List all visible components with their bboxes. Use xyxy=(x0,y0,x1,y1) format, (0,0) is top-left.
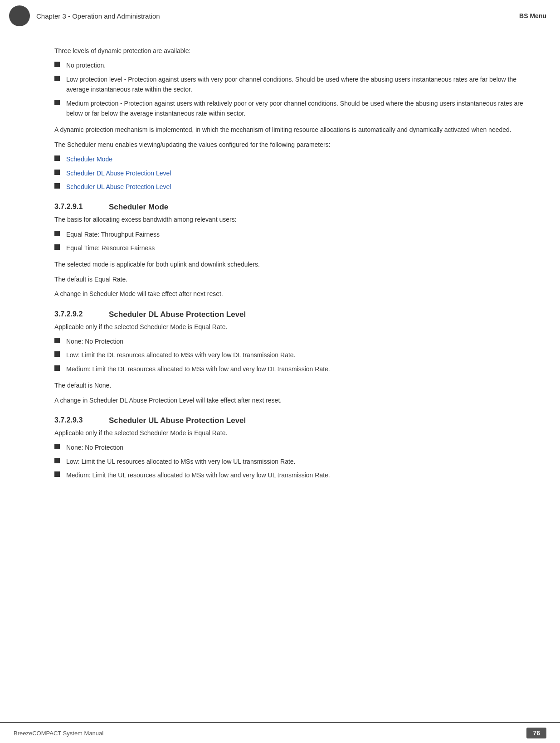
section-1-title: Scheduler Mode xyxy=(109,203,168,212)
section-3-header: 3.7.2.9.3 Scheduler UL Abuse Protection … xyxy=(54,416,524,425)
section-2-title: Scheduler DL Abuse Protection Level xyxy=(109,310,246,319)
section-3-list: None: No Protection Low: Limit the UL re… xyxy=(54,442,524,480)
section-3-number: 3.7.2.9.3 xyxy=(54,416,109,424)
bullet-icon xyxy=(54,244,60,250)
section-3-title: Scheduler UL Abuse Protection Level xyxy=(109,416,246,425)
bullet-icon xyxy=(54,231,60,236)
section-1-number: 3.7.2.9.1 xyxy=(54,203,109,211)
section-2-desc: Applicable only if the selected Schedule… xyxy=(54,322,524,332)
footer-page: 76 xyxy=(526,728,546,738)
bullet-icon xyxy=(54,76,60,81)
section-label: BS Menu xyxy=(519,12,546,19)
header: Chapter 3 - Operation and Administration… xyxy=(0,0,560,32)
list-item: Scheduler Mode xyxy=(54,154,524,164)
scheduler-ul-link[interactable]: Scheduler UL Abuse Protection Level xyxy=(66,182,171,192)
list-item: None: No Protection xyxy=(54,442,524,452)
chapter-icon xyxy=(9,5,30,26)
intro-bullet-list: No protection. Low protection level - Pr… xyxy=(54,60,524,118)
list-item: Low: Limit the DL resources allocated to… xyxy=(54,350,524,360)
links-list: Scheduler Mode Scheduler DL Abuse Protec… xyxy=(54,154,524,192)
bullet-icon xyxy=(54,62,60,67)
list-item: Equal Rate: Throughput Fairness xyxy=(54,229,524,239)
list-item: Scheduler DL Abuse Protection Level xyxy=(54,168,524,178)
bullet-icon xyxy=(54,155,60,161)
section-1-body: The basis for allocating excess bandwidt… xyxy=(54,214,524,299)
page-container: Chapter 3 - Operation and Administration… xyxy=(0,0,560,743)
section-1-para3: A change in Scheduler Mode will take eff… xyxy=(54,289,524,299)
section-1-header: 3.7.2.9.1 Scheduler Mode xyxy=(54,203,524,212)
section-2-number: 3.7.2.9.2 xyxy=(54,310,109,318)
section-3-body: Applicable only if the selected Schedule… xyxy=(54,428,524,481)
intro-para3: The Scheduler menu enables viewing/updat… xyxy=(54,140,524,150)
chapter-title: Chapter 3 - Operation and Administration xyxy=(36,12,160,20)
section-2-list: None: No Protection Low: Limit the DL re… xyxy=(54,336,524,374)
section-2-para1: The default is None. xyxy=(54,380,524,390)
bullet-icon xyxy=(54,365,60,371)
section-1-list: Equal Rate: Throughput Fairness Equal Ti… xyxy=(54,229,524,253)
bullet-icon xyxy=(54,351,60,357)
section-2-header: 3.7.2.9.2 Scheduler DL Abuse Protection … xyxy=(54,310,524,319)
bullet-icon xyxy=(54,444,60,449)
footer-text: BreezeCOMPACT System Manual xyxy=(14,730,103,737)
list-item: Medium: Limit the DL resources allocated… xyxy=(54,364,524,374)
list-item: Scheduler UL Abuse Protection Level xyxy=(54,182,524,192)
section-3-desc: Applicable only if the selected Schedule… xyxy=(54,428,524,438)
section-2-body: Applicable only if the selected Schedule… xyxy=(54,322,524,405)
intro-para1: Three levels of dynamic protection are a… xyxy=(54,46,524,56)
bullet-icon xyxy=(54,471,60,477)
header-left: Chapter 3 - Operation and Administration xyxy=(9,5,160,26)
list-item: Low protection level - Protection agains… xyxy=(54,74,524,95)
scheduler-dl-link[interactable]: Scheduler DL Abuse Protection Level xyxy=(66,168,171,178)
section-2-para2: A change in Scheduler DL Abuse Protectio… xyxy=(54,395,524,405)
section-1-para1: The selected mode is applicable for both… xyxy=(54,259,524,269)
list-item: Equal Time: Resource Fairness xyxy=(54,243,524,253)
main-content: Three levels of dynamic protection are a… xyxy=(0,32,560,722)
bullet-icon xyxy=(54,170,60,175)
intro-para2: A dynamic protection mechanism is implem… xyxy=(54,125,524,135)
bullet-icon xyxy=(54,458,60,463)
bullet-icon xyxy=(54,100,60,105)
list-item: Medium protection - Protection against u… xyxy=(54,98,524,119)
bullet-icon xyxy=(54,183,60,189)
list-item: Medium: Limit the UL resources allocated… xyxy=(54,470,524,480)
list-item: No protection. xyxy=(54,60,524,70)
footer: BreezeCOMPACT System Manual 76 xyxy=(0,722,560,743)
scheduler-mode-link[interactable]: Scheduler Mode xyxy=(66,154,112,164)
list-item: Low: Limit the UL resources allocated to… xyxy=(54,456,524,466)
list-item: None: No Protection xyxy=(54,336,524,346)
section-1-para2: The default is Equal Rate. xyxy=(54,274,524,284)
section-1-desc: The basis for allocating excess bandwidt… xyxy=(54,214,524,224)
bullet-icon xyxy=(54,338,60,343)
